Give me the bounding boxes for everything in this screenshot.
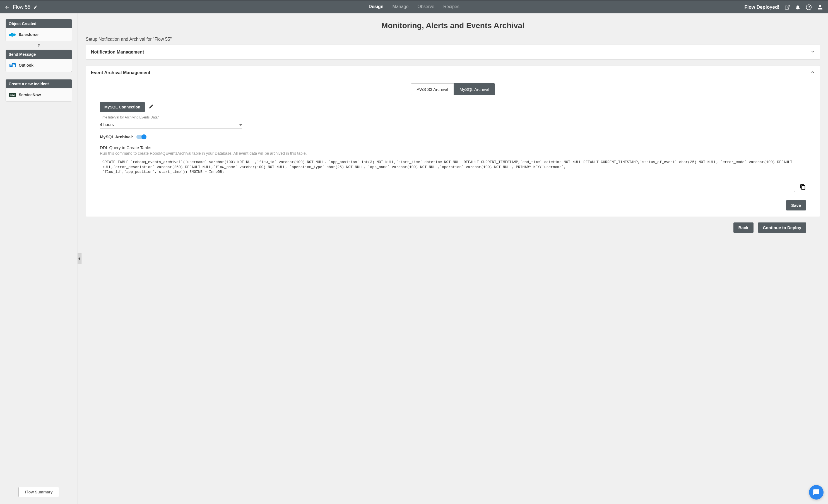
nav-recipes[interactable]: Recipes <box>443 1 460 13</box>
continue-deploy-button[interactable]: Continue to Deploy <box>758 222 806 233</box>
app-header: Flow 55 Design Manage Observe Recipes Fl… <box>0 0 828 13</box>
edit-connection-icon[interactable] <box>149 104 154 110</box>
salesforce-logo-icon: salesforce <box>9 32 16 38</box>
chat-widget-button[interactable] <box>809 485 824 500</box>
nav-design[interactable]: Design <box>368 1 384 13</box>
flow-node-create-incident[interactable]: Create a new Incident now ServiceNow <box>6 79 72 101</box>
open-external-icon[interactable] <box>784 4 790 10</box>
back-arrow-icon[interactable] <box>4 4 10 10</box>
flow-summary-button[interactable]: Flow Summary <box>18 487 59 497</box>
mysql-archival-toggle[interactable] <box>136 135 146 139</box>
tab-aws-s3-archival[interactable]: AWS S3 Archival <box>411 83 454 95</box>
archival-panel-header[interactable]: Event Archival Management <box>86 65 820 80</box>
notification-panel-title: Notification Management <box>91 50 144 55</box>
ddl-label: DDL Query to Create Table: <box>100 145 806 150</box>
flow-node-object-created[interactable]: Object Created salesforce Salesforce <box>6 19 72 41</box>
back-button[interactable]: Back <box>734 222 753 233</box>
nav-observe[interactable]: Observe <box>417 1 434 13</box>
chevron-up-icon <box>811 70 815 76</box>
dropdown-caret-icon <box>239 122 242 127</box>
node-connector-icon <box>6 43 72 48</box>
sidebar-collapse-handle[interactable] <box>78 253 81 264</box>
node-app-name: ServiceNow <box>19 93 41 97</box>
chevron-down-icon <box>811 49 815 55</box>
interval-label: Time Interval for Archiving Events Data* <box>100 116 806 119</box>
page-title: Monitoring, Alerts and Events Archival <box>86 21 820 30</box>
ddl-query-textarea[interactable] <box>100 158 797 192</box>
node-header: Send Message <box>6 50 72 59</box>
deploy-status: Flow Deployed! <box>744 4 780 10</box>
nav-manage[interactable]: Manage <box>392 1 409 13</box>
copy-ddl-icon[interactable] <box>800 184 806 191</box>
flow-sidebar: Object Created salesforce Salesforce Sen… <box>0 13 78 504</box>
notification-panel-header[interactable]: Notification Management <box>86 45 820 59</box>
page-subtitle: Setup Notfication and Archival for "Flow… <box>86 37 820 42</box>
save-button[interactable]: Save <box>786 200 806 211</box>
edit-flow-name-icon[interactable] <box>33 5 38 9</box>
svg-text:now: now <box>10 94 15 96</box>
header-nav: Design Manage Observe Recipes <box>368 1 460 13</box>
node-app-name: Salesforce <box>19 32 39 37</box>
ddl-hint: Run this command to create RoboMQEventsA… <box>100 151 806 155</box>
interval-value: 4 hours <box>100 122 114 127</box>
notifications-bell-icon[interactable] <box>795 4 801 10</box>
node-header: Object Created <box>6 19 72 28</box>
archival-panel-title: Event Archival Management <box>91 70 150 75</box>
flow-node-send-message[interactable]: Send Message Outlook <box>6 50 72 72</box>
interval-select[interactable]: 4 hours <box>100 121 242 129</box>
tab-mysql-archival[interactable]: MySQL Archival <box>454 83 495 95</box>
node-app-name: Outlook <box>19 63 34 67</box>
user-avatar-icon[interactable] <box>817 4 824 11</box>
svg-text:salesforce: salesforce <box>11 35 16 36</box>
archival-panel: Event Archival Management AWS S3 Archiva… <box>86 65 820 217</box>
help-icon[interactable] <box>806 4 812 10</box>
node-header: Create a new Incident <box>6 80 72 88</box>
svg-rect-9 <box>9 64 12 67</box>
notification-panel: Notification Management <box>86 45 820 60</box>
main-content: Monitoring, Alerts and Events Archival S… <box>78 13 828 504</box>
mysql-archival-toggle-label: MySQL Archival: <box>100 134 133 139</box>
archival-tabs: AWS S3 Archival MySQL Archival <box>100 83 806 95</box>
outlook-logo-icon <box>9 62 16 68</box>
flow-title: Flow 55 <box>13 4 30 10</box>
servicenow-logo-icon: now <box>9 92 16 98</box>
mysql-connection-button[interactable]: MySQL Connection <box>100 102 145 112</box>
